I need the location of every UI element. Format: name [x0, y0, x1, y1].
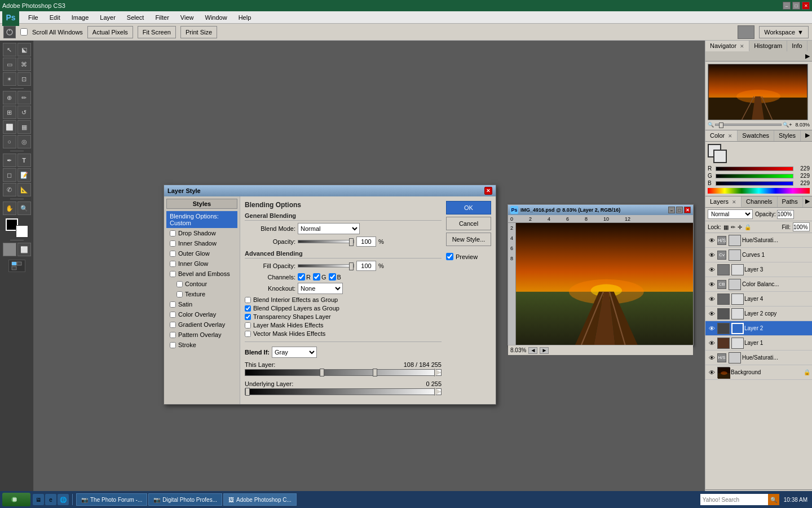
layer-visibility-icon[interactable]: 👁	[707, 295, 716, 304]
search-button[interactable]: 🔍	[768, 494, 779, 505]
workspace-button[interactable]: Workspace ▼	[759, 26, 809, 38]
satin-checkbox[interactable]	[170, 301, 176, 308]
drop-shadow-checkbox[interactable]	[170, 230, 176, 237]
layer-visibility-icon[interactable]: 👁	[707, 309, 716, 318]
taskbar-digital-photo[interactable]: 📷 Digital Photo Profes...	[148, 493, 222, 506]
lock-all-icon[interactable]: 🔒	[744, 224, 751, 230]
ruler-tool[interactable]: 📐	[17, 183, 31, 196]
channel-g-checkbox[interactable]	[313, 273, 320, 281]
opacity-input[interactable]	[356, 237, 376, 247]
maximize-button[interactable]: □	[792, 2, 800, 10]
transform-tool[interactable]: ⬕	[17, 43, 31, 56]
eraser-tool[interactable]: ⬜	[3, 120, 16, 134]
move-tool[interactable]: ↖	[3, 43, 16, 56]
tab-swatches[interactable]: Swatches	[738, 130, 774, 141]
underlying-slider-track[interactable]	[245, 388, 442, 395]
style-drop-shadow[interactable]: Drop Shadow	[166, 228, 237, 238]
stroke-checkbox[interactable]	[170, 342, 176, 348]
taskbar-photoshop[interactable]: 🖼 Adobe Photoshop C...	[223, 493, 297, 506]
pattern-overlay-checkbox[interactable]	[170, 332, 176, 338]
stamp-tool[interactable]: ⊞	[3, 106, 16, 119]
fill-opacity-input[interactable]	[356, 261, 376, 271]
style-inner-glow[interactable]: Inner Glow	[166, 259, 237, 269]
lock-position-icon[interactable]: ✛	[738, 224, 742, 230]
style-bevel-emboss[interactable]: Bevel and Emboss	[166, 269, 237, 279]
ok-button[interactable]: OK	[446, 201, 491, 214]
minimize-button[interactable]: –	[783, 2, 791, 10]
layer-mode-select[interactable]: Normal Multiply Screen	[708, 209, 753, 219]
style-gradient-overlay[interactable]: Gradient Overlay	[166, 319, 237, 330]
tab-info[interactable]: Info	[787, 41, 807, 51]
layer-visibility-icon[interactable]: 👁	[707, 265, 716, 274]
layers-panel-options[interactable]: ▶	[803, 196, 812, 207]
cancel-button[interactable]: Cancel	[446, 217, 491, 230]
gradient-overlay-checkbox[interactable]	[170, 322, 176, 328]
text-tool[interactable]: T	[17, 154, 31, 167]
search-input[interactable]	[700, 494, 768, 505]
tab-channels[interactable]: Channels	[742, 196, 777, 207]
style-pattern-overlay[interactable]: Pattern Overlay	[166, 330, 237, 340]
brush-tool[interactable]: ✏	[17, 91, 31, 104]
blend-clipped-checkbox[interactable]	[245, 305, 251, 312]
zoom-tool[interactable]: 🔍	[17, 202, 31, 215]
image-canvas[interactable]	[516, 223, 693, 345]
underlying-thumb-left[interactable]	[245, 388, 250, 396]
taskbar-photo-forum[interactable]: 📷 The Photo Forum -...	[76, 493, 147, 506]
layer-mask-checkbox[interactable]	[245, 322, 251, 329]
menu-edit[interactable]: Edit	[47, 13, 63, 22]
tab-histogram[interactable]: Histogram	[749, 41, 787, 51]
layers-close[interactable]: ✕	[732, 199, 736, 205]
menu-help[interactable]: Help	[236, 13, 254, 22]
nav-zoom-thumb[interactable]	[719, 122, 723, 128]
transparency-shapes-checkbox[interactable]	[245, 314, 251, 320]
image-minimize-button[interactable]: –	[668, 207, 675, 213]
lasso-tool[interactable]: ⌘	[17, 58, 31, 71]
dialog-titlebar[interactable]: Layer Style ✕	[164, 185, 496, 196]
layer-visibility-icon[interactable]: 👁	[707, 368, 716, 377]
opacity-thumb[interactable]	[349, 238, 354, 246]
b-slider[interactable]	[716, 181, 793, 186]
print-size-button[interactable]: Print Size	[180, 26, 217, 38]
image-titlebar[interactable]: Ps IMG_4916.psd @ 8.03% (Layer 2, RGB/16…	[508, 205, 693, 215]
this-layer-thumb-left[interactable]	[320, 369, 324, 376]
eyedropper-tool[interactable]: ✆	[3, 183, 16, 196]
opacity-slider[interactable]	[298, 240, 354, 243]
tab-navigator[interactable]: Navigator ✕	[705, 41, 749, 51]
layer-item[interactable]: 👁 CB Color Balanc...	[705, 277, 812, 292]
menu-image[interactable]: Image	[69, 13, 91, 22]
close-button[interactable]: ✕	[802, 2, 810, 10]
menu-layer[interactable]: Layer	[98, 13, 118, 22]
style-inner-shadow[interactable]: Inner Shadow	[166, 238, 237, 248]
channel-b-checkbox[interactable]	[329, 273, 336, 281]
style-outer-glow[interactable]: Outer Glow	[166, 248, 237, 259]
style-satin[interactable]: Satin	[166, 299, 237, 309]
fill-opacity-thumb[interactable]	[349, 262, 354, 270]
tab-paths[interactable]: Paths	[778, 196, 803, 207]
crop-tool[interactable]: ⊡	[17, 72, 31, 86]
style-blending-options[interactable]: Blending Options: Custom	[166, 211, 237, 228]
color-overlay-checkbox[interactable]	[170, 312, 176, 318]
fill-input[interactable]	[793, 222, 810, 231]
menu-file[interactable]: File	[26, 13, 41, 22]
layer-item[interactable]: 👁 H/S Hue/Saturati...	[705, 233, 812, 248]
lock-image-icon[interactable]: ✏	[731, 224, 735, 230]
dodge-tool[interactable]: ○	[3, 135, 16, 148]
color-panel-options[interactable]: ▶	[803, 130, 812, 141]
layer-item[interactable]: 👁 H/S Hue/Saturati...	[705, 351, 812, 365]
bg-color-swatch[interactable]	[713, 150, 727, 163]
style-contour[interactable]: Contour	[166, 279, 237, 289]
layer-visibility-icon[interactable]: 👁	[707, 324, 716, 333]
color-spectrum-bar[interactable]	[708, 188, 810, 194]
magic-wand-tool[interactable]: ✴	[3, 72, 16, 86]
r-slider[interactable]	[716, 167, 793, 171]
image-restore-button[interactable]: □	[676, 207, 683, 213]
blur-tool[interactable]: ◎	[17, 135, 31, 148]
background-color[interactable]	[16, 225, 28, 238]
tab-styles[interactable]: Styles	[774, 130, 801, 141]
history-tool[interactable]: ↺	[17, 106, 31, 119]
quick-mask-tool[interactable]	[3, 243, 16, 256]
marquee-tool[interactable]: ▭	[3, 58, 16, 71]
texture-checkbox[interactable]	[176, 291, 183, 297]
shape-tool[interactable]: ◻	[3, 168, 16, 182]
layer-item[interactable]: 👁 Layer 3	[705, 262, 812, 277]
